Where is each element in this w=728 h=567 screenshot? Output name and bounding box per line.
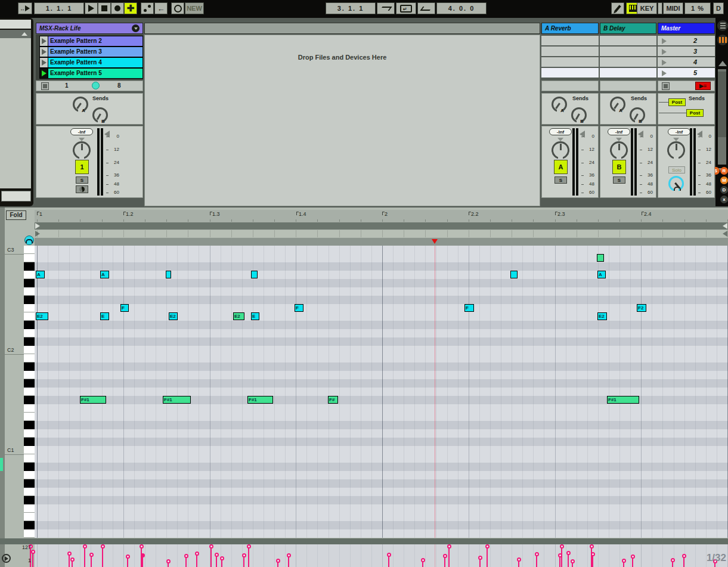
piano-key-white[interactable] xyxy=(24,404,35,413)
midi-note-fs1[interactable]: F#1 xyxy=(247,396,273,404)
punch-out-button[interactable] xyxy=(417,2,435,14)
piano-key-white[interactable] xyxy=(24,529,35,538)
velocity-lane-toggle[interactable] xyxy=(2,554,11,563)
velocity-marker-handle[interactable] xyxy=(622,559,626,563)
velocity-marker-handle[interactable] xyxy=(517,557,521,562)
clip-end-marker-icon[interactable] xyxy=(723,231,727,237)
piano-key-white[interactable] xyxy=(24,429,35,438)
scene-slot[interactable]: 2 xyxy=(658,36,715,46)
solo-button[interactable]: S xyxy=(613,176,625,184)
velocity-marker-handle[interactable] xyxy=(682,554,686,558)
punch-in-button[interactable] xyxy=(377,2,395,14)
draw-automation-button[interactable] xyxy=(141,2,154,14)
loop-start-display[interactable]: 3. 1. 1 xyxy=(326,2,376,14)
velocity-marker-handle[interactable] xyxy=(276,559,280,563)
velocity-marker[interactable] xyxy=(210,546,212,567)
piano-key-black[interactable] xyxy=(24,463,35,471)
velocity-marker-handle[interactable] xyxy=(287,553,291,557)
velocity-marker-handle[interactable] xyxy=(387,553,391,557)
re-enable-automation-button[interactable] xyxy=(171,2,184,14)
send-a-post-toggle[interactable]: Post xyxy=(668,98,686,106)
velocity-marker-handle[interactable] xyxy=(535,552,539,556)
velocity-marker-handle[interactable] xyxy=(485,544,490,549)
velocity-lane-divider[interactable] xyxy=(0,538,728,544)
velocity-marker-handle[interactable] xyxy=(209,544,213,549)
velocity-marker-handle[interactable] xyxy=(215,553,219,557)
velocity-marker-handle[interactable] xyxy=(591,552,595,556)
piano-key-white[interactable] xyxy=(24,312,35,321)
pan-knob[interactable] xyxy=(667,141,685,159)
piano-key-white[interactable] xyxy=(24,471,35,479)
return-clip-slot[interactable] xyxy=(600,68,656,78)
clip-slot[interactable]: Example Pattern 2 xyxy=(39,36,143,47)
midi-note-e2[interactable]: E2 xyxy=(169,312,178,320)
clip-progress-circle[interactable] xyxy=(92,82,100,89)
note-grid[interactable]: AAAFFFF2E2EE2E2EE2F#1F#1F#1F#F#1 xyxy=(35,246,728,538)
piano-key-black[interactable] xyxy=(24,379,35,388)
volume-display[interactable]: -Inf xyxy=(70,128,93,135)
midi-map-button[interactable]: MIDI xyxy=(663,2,683,14)
midi-note-fs1[interactable]: F#1 xyxy=(163,396,191,404)
volume-display[interactable]: -Inf xyxy=(608,128,630,135)
strip-badge-r[interactable]: R xyxy=(720,167,728,175)
return-track-header-a[interactable]: A Reverb xyxy=(541,23,599,34)
volume-display[interactable]: -Inf xyxy=(668,128,690,135)
clip-stop-button[interactable] xyxy=(41,82,49,90)
velocity-marker-handle[interactable] xyxy=(421,558,425,562)
piano-key-white[interactable] xyxy=(24,304,35,312)
clip-slot[interactable]: Example Pattern 5 xyxy=(39,68,143,79)
send-a-knob[interactable] xyxy=(610,97,625,112)
scene-slot[interactable]: 4 xyxy=(658,57,715,67)
midi-note-e2[interactable]: E xyxy=(100,312,109,320)
midi-note-a2[interactable]: A xyxy=(100,271,109,278)
velocity-marker-handle[interactable] xyxy=(70,557,75,562)
scene-slot[interactable]: 3 xyxy=(658,47,715,57)
send-b-post-toggle[interactable]: Post xyxy=(686,109,704,117)
overdub-button[interactable]: ✚ xyxy=(124,2,137,14)
send-b-knob[interactable] xyxy=(571,107,587,123)
return-clip-slot[interactable] xyxy=(600,57,656,67)
return-clip-slot[interactable] xyxy=(600,47,656,57)
midi-note-e2[interactable]: E xyxy=(251,312,259,320)
piano-key-black[interactable] xyxy=(24,296,35,304)
velocity-marker-handle[interactable] xyxy=(166,559,171,563)
piano-key-black[interactable] xyxy=(24,362,35,371)
piano-key-white[interactable] xyxy=(24,246,35,254)
velocity-marker-handle[interactable] xyxy=(447,544,451,549)
scrollbar-track[interactable] xyxy=(718,69,726,165)
loop-button[interactable]: ↵ xyxy=(396,2,416,14)
piano-key-black[interactable] xyxy=(24,396,35,404)
return-clip-slot[interactable] xyxy=(541,47,599,57)
browser-search-field[interactable] xyxy=(1,191,31,202)
midi-note-e2[interactable]: E2 xyxy=(233,312,244,320)
arrangement-position-display[interactable]: 1. 1. 1 xyxy=(34,2,84,14)
scene-launch-icon[interactable] xyxy=(662,49,667,55)
clip-play-button[interactable] xyxy=(40,58,48,67)
solo-button[interactable]: Solo xyxy=(668,166,685,173)
scrub-area[interactable] xyxy=(35,238,728,246)
track-activator-button[interactable]: B xyxy=(612,160,626,174)
midi-note-a2[interactable] xyxy=(166,271,171,278)
clip-start-marker-icon[interactable] xyxy=(35,231,40,237)
new-button[interactable]: NEW xyxy=(185,2,204,14)
scene-launch-icon[interactable] xyxy=(662,70,667,76)
piano-key-white[interactable] xyxy=(24,388,35,396)
piano-key-black[interactable] xyxy=(24,479,35,488)
velocity-marker-handle[interactable] xyxy=(220,556,224,560)
clip-start-end-row[interactable] xyxy=(35,230,728,237)
piano-key-black[interactable] xyxy=(24,521,35,529)
piano-key-white[interactable] xyxy=(24,354,35,362)
velocity-marker-handle[interactable] xyxy=(89,553,94,557)
scrollbar-thumb[interactable] xyxy=(718,72,726,137)
solo-button[interactable]: S xyxy=(554,176,567,184)
key-map-button[interactable]: KEY xyxy=(637,2,657,14)
master-track-header[interactable]: Master xyxy=(658,23,715,34)
draw-mode-button[interactable] xyxy=(611,2,624,14)
piano-key-white[interactable] xyxy=(24,454,35,463)
io-section-button[interactable] xyxy=(658,2,662,14)
loop-start-marker-icon[interactable] xyxy=(35,223,40,229)
hamburger-menu-icon[interactable] xyxy=(717,20,728,31)
device-collapse-icon[interactable] xyxy=(132,24,140,32)
piano-key-black[interactable] xyxy=(24,438,35,446)
midi-note-e2[interactable]: E2 xyxy=(597,312,607,320)
